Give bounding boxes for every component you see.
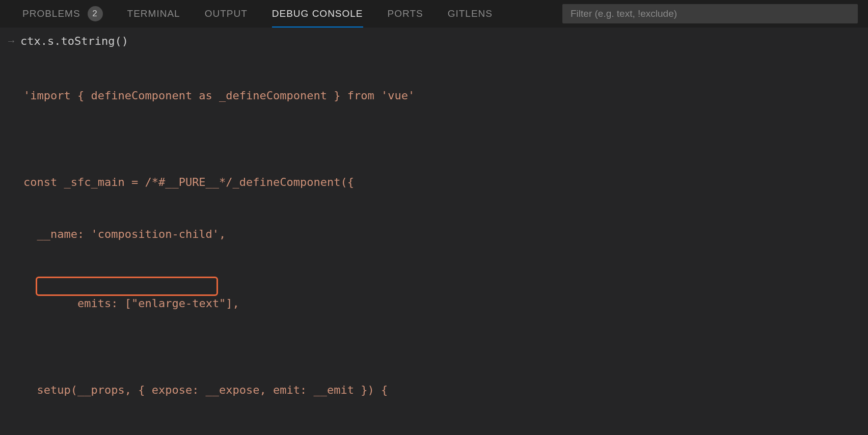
tab-gitlens-label: GITLENS	[448, 8, 493, 19]
problems-count-badge: 2	[88, 6, 103, 21]
tab-terminal[interactable]: TERMINAL	[115, 0, 193, 28]
tab-problems-label: PROBLEMS	[22, 8, 80, 19]
tab-debug-console-label: DEBUG CONSOLE	[272, 8, 363, 19]
code-text: emits: ["enlarge-text"],	[64, 297, 239, 310]
console-input-expression: ctx.s.toString()	[20, 35, 128, 47]
code-line: const _sfc_main = /*#__PURE__*/_defineCo…	[23, 174, 868, 191]
panel-header: PROBLEMS 2 TERMINAL OUTPUT DEBUG CONSOLE…	[0, 0, 868, 28]
tab-debug-console[interactable]: DEBUG CONSOLE	[260, 0, 375, 28]
code-line: 'import { defineComponent as _defineComp…	[23, 87, 868, 104]
tab-problems[interactable]: PROBLEMS 2	[10, 0, 115, 28]
input-arrow-icon: →	[2, 35, 20, 47]
filter-container	[562, 4, 858, 23]
console-output: 'import { defineComponent as _defineComp…	[0, 52, 868, 435]
code-line: __name: 'composition-child',	[23, 226, 868, 243]
tab-ports[interactable]: PORTS	[375, 0, 436, 28]
tab-ports-label: PORTS	[388, 8, 423, 19]
filter-input[interactable]	[562, 4, 858, 23]
highlight-annotation-emits-array	[36, 277, 218, 296]
panel-tabs: PROBLEMS 2 TERMINAL OUTPUT DEBUG CONSOLE…	[10, 0, 562, 28]
console-input-line: → ctx.s.toString()	[0, 35, 868, 52]
tab-output-label: OUTPUT	[205, 8, 248, 19]
tab-terminal-label: TERMINAL	[127, 8, 180, 19]
tab-gitlens[interactable]: GITLENS	[436, 0, 505, 28]
console-body: → ctx.s.toString() 'import { defineCompo…	[0, 28, 868, 435]
code-line: setup(__props, { expose: __expose, emit:…	[23, 382, 868, 399]
tab-output[interactable]: OUTPUT	[193, 0, 260, 28]
code-line: emits: ["enlarge-text"],	[23, 278, 868, 347]
